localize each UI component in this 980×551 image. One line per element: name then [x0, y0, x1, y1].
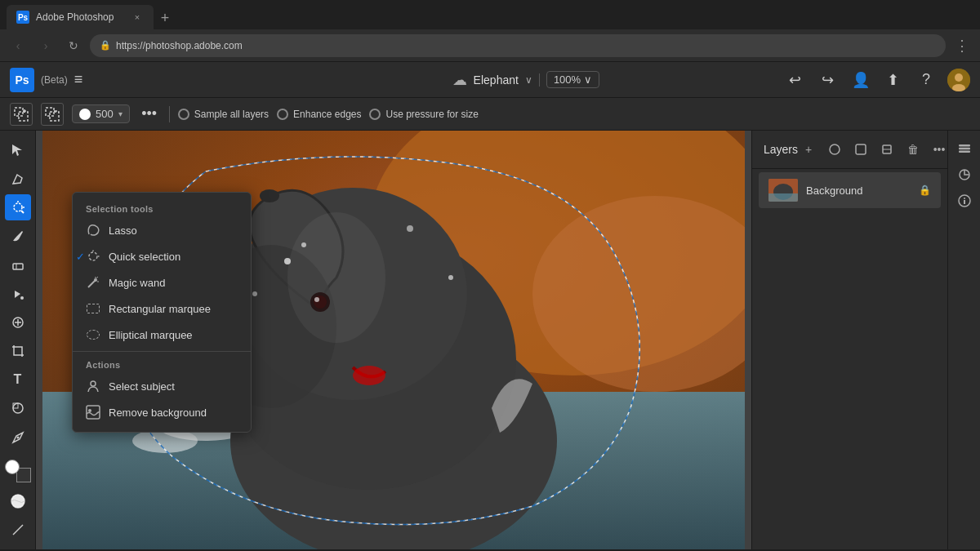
magic-wand-icon — [86, 275, 100, 290]
quick-select-tool-button[interactable] — [5, 194, 31, 220]
zoom-indicator[interactable]: 100% ∨ — [546, 71, 599, 88]
back-button[interactable]: ‹ — [7, 34, 29, 57]
help-button[interactable]: ? — [915, 69, 938, 91]
remove-background-item[interactable]: Remove background — [73, 399, 251, 425]
fill-tool-button[interactable] — [5, 281, 31, 306]
info-panel-toggle[interactable] — [953, 189, 976, 212]
svg-point-51 — [448, 275, 453, 280]
brush-tool-button[interactable] — [5, 224, 31, 249]
layer-lock-icon: 🔒 — [919, 184, 931, 196]
new-tab-button[interactable]: + — [154, 7, 176, 29]
elliptical-marquee-item[interactable]: Elliptical marquee — [73, 322, 251, 348]
svg-point-77 — [964, 198, 965, 199]
quick-selection-check: ✓ — [76, 251, 85, 263]
add-layer-button[interactable]: + — [798, 139, 819, 160]
polygon-lasso-button[interactable] — [5, 166, 31, 191]
account-icon[interactable]: 👤 — [849, 69, 872, 91]
svg-point-12 — [14, 203, 22, 211]
hamburger-menu[interactable]: ≡ — [74, 71, 83, 88]
browser-nav-bar: ‹ › ↻ 🔒 https://photoshop.adobe.com ⋮ — [0, 29, 980, 62]
select-subject-icon — [86, 379, 100, 393]
move-tool-button[interactable] — [5, 137, 31, 162]
svg-point-52 — [287, 212, 385, 343]
svg-point-63 — [88, 409, 91, 412]
ruler-tool-button[interactable] — [5, 518, 31, 543]
subtract-selection-icon[interactable] — [41, 103, 64, 126]
color-swatch-container — [5, 460, 31, 482]
more-options-button[interactable]: ••• — [138, 103, 161, 126]
avatar[interactable] — [947, 69, 970, 91]
pressure-for-size-label: Use pressure for size — [385, 109, 478, 120]
file-dropdown[interactable]: ∨ — [525, 74, 532, 86]
share-button[interactable]: ⬆ — [882, 69, 905, 91]
ellipse-icon-shape — [87, 330, 100, 340]
file-name: Elephant — [474, 73, 519, 87]
magic-wand-item[interactable]: Magic wand — [73, 269, 251, 295]
rectangular-marquee-item[interactable]: Rectangular marquee — [73, 295, 251, 322]
enhance-edges-toggle[interactable]: Enhance edges — [277, 109, 361, 120]
rectangular-marquee-label: Rectangular marquee — [109, 303, 211, 315]
svg-marker-11 — [13, 175, 22, 184]
svg-line-13 — [21, 211, 24, 213]
quick-selection-item[interactable]: ✓ Quick selection — [73, 243, 251, 269]
svg-point-57 — [94, 278, 97, 282]
svg-point-64 — [830, 144, 840, 154]
brush-size-picker[interactable]: 500 ▾ — [72, 104, 130, 123]
actions-section-title: Actions — [73, 355, 251, 373]
eraser-tool-button[interactable] — [5, 252, 31, 278]
options-bar: 500 ▾ ••• Sample all layers Enhance edge… — [0, 98, 980, 131]
svg-rect-71 — [959, 144, 970, 147]
svg-marker-10 — [12, 144, 22, 156]
browser-more-button[interactable]: ⋮ — [951, 34, 973, 57]
svg-point-53 — [89, 252, 97, 260]
shape-tool-button[interactable] — [5, 396, 31, 421]
svg-point-50 — [407, 225, 413, 232]
header-actions: ↩ ↪ 👤 ⬆ ? — [784, 69, 970, 91]
rectangular-marquee-icon — [86, 301, 100, 316]
foreground-color[interactable] — [5, 460, 20, 474]
layer-mask-button[interactable] — [824, 139, 845, 160]
svg-point-1 — [955, 73, 963, 82]
background-layer[interactable]: Background 🔒 — [759, 172, 941, 208]
adjustment-layer-button[interactable] — [850, 139, 871, 160]
browser-tab[interactable]: Ps Adobe Photoshop × — [7, 5, 154, 29]
svg-rect-72 — [959, 148, 970, 150]
delete-layer-button[interactable]: 🗑 — [902, 139, 924, 160]
adjustments-panel-toggle[interactable] — [953, 163, 976, 186]
brush-preview — [79, 109, 91, 120]
svg-point-41 — [260, 189, 279, 202]
healing-tool-button[interactable] — [5, 309, 31, 335]
tab-close-button[interactable]: × — [131, 11, 144, 24]
dodge-tool-button[interactable] — [5, 489, 31, 514]
lock-icon: 🔒 — [100, 40, 111, 51]
redo-button[interactable]: ↪ — [817, 69, 840, 91]
pen-tool-button[interactable] — [5, 424, 31, 450]
svg-line-60 — [96, 277, 98, 278]
browser-tab-bar: Ps Adobe Photoshop × + — [0, 0, 980, 29]
layers-panel-toggle[interactable] — [953, 137, 976, 160]
address-bar[interactable]: 🔒 https://photoshop.adobe.com — [90, 34, 946, 57]
sample-all-layers-toggle[interactable]: Sample all layers — [178, 109, 269, 120]
text-tool-button[interactable]: T — [5, 367, 31, 393]
pressure-for-size-toggle[interactable]: Use pressure for size — [369, 109, 478, 120]
select-subject-item[interactable]: Select subject — [73, 373, 251, 399]
elliptical-marquee-label: Elliptical marquee — [109, 329, 193, 341]
svg-rect-16 — [13, 264, 23, 269]
svg-rect-73 — [959, 151, 970, 153]
left-toolbar: T — [0, 131, 36, 549]
add-selection-icon[interactable] — [10, 103, 33, 126]
svg-point-24 — [16, 436, 19, 438]
canvas-container: Selection tools Lasso ✓ — [36, 131, 751, 549]
lasso-tool-item[interactable]: Lasso — [73, 217, 251, 243]
rect-icon-shape — [87, 304, 100, 313]
smart-object-button[interactable] — [876, 139, 898, 160]
tab-favicon: Ps — [16, 11, 29, 24]
svg-rect-65 — [856, 144, 866, 154]
svg-point-61 — [91, 381, 96, 386]
forward-button[interactable]: › — [34, 34, 57, 57]
panel-actions: + 🗑 ••• — [798, 139, 950, 160]
refresh-button[interactable]: ↻ — [62, 34, 85, 57]
crop-tool-button[interactable] — [5, 338, 31, 363]
file-info: ☁ Elephant ∨ 100% ∨ — [452, 71, 599, 89]
undo-button[interactable]: ↩ — [784, 69, 807, 91]
